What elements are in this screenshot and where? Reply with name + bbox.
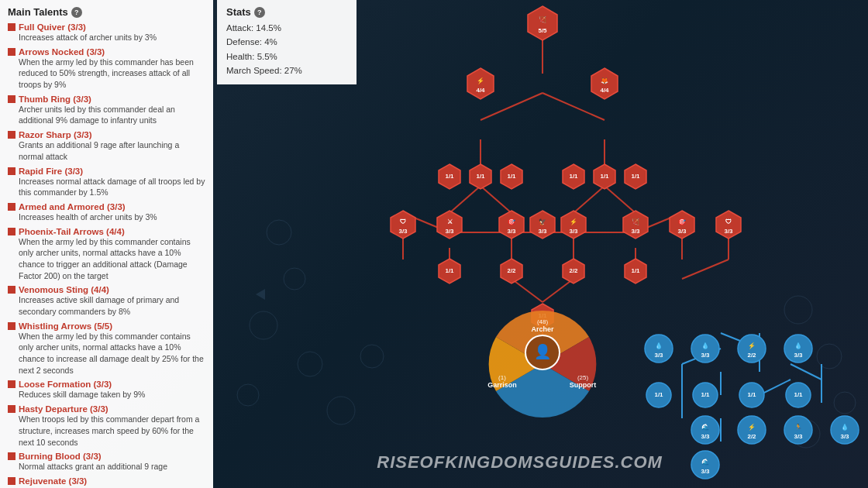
svg-line-35 bbox=[682, 259, 728, 279]
stat-line: Health: 5.5% bbox=[226, 50, 347, 64]
svg-line-18 bbox=[480, 186, 512, 213]
talent-name: Rejuvenate (3/3) bbox=[8, 476, 205, 486]
talent-name: Arrows Nocked (3/3) bbox=[8, 47, 205, 57]
svg-text:2/2: 2/2 bbox=[569, 267, 578, 274]
svg-text:🏹: 🏹 bbox=[632, 218, 639, 225]
svg-text:3/3: 3/3 bbox=[794, 352, 803, 359]
talent-item: Full Quiver (3/3)Increases attack of arc… bbox=[8, 22, 205, 43]
svg-text:3/3: 3/3 bbox=[724, 228, 733, 235]
stat-line: Attack: 14.5% bbox=[226, 21, 347, 35]
svg-line-30 bbox=[512, 279, 542, 302]
talent-desc: Increases health of archer units by 3% bbox=[19, 211, 205, 223]
svg-text:1/1: 1/1 bbox=[476, 173, 485, 180]
talent-name: Whistling Arrows (5/5) bbox=[8, 321, 205, 331]
talent-item: Venomous Sting (4/4)Increases active ski… bbox=[8, 285, 205, 317]
svg-marker-0 bbox=[256, 289, 265, 300]
svg-text:🛡: 🛡 bbox=[725, 218, 732, 225]
svg-line-13 bbox=[480, 93, 542, 120]
svg-text:🛡: 🛡 bbox=[400, 218, 406, 225]
svg-text:1/1: 1/1 bbox=[445, 173, 454, 180]
svg-text:5/5: 5/5 bbox=[538, 27, 547, 34]
svg-point-3 bbox=[237, 384, 259, 406]
svg-text:4/4: 4/4 bbox=[600, 87, 609, 94]
svg-text:1/1: 1/1 bbox=[747, 391, 756, 398]
svg-text:🌊: 🌊 bbox=[701, 458, 709, 466]
talent-item: Thumb Ring (3/3)Archer units led by this… bbox=[8, 95, 205, 126]
talent-desc: Archer units led by this commander deal … bbox=[19, 104, 205, 126]
talent-desc: Increases attack of archer units by 3% bbox=[19, 32, 205, 43]
talent-item: Whistling Arrows (5/5)When the army led … bbox=[8, 321, 205, 376]
stat-line: Defense: 4% bbox=[226, 35, 347, 49]
svg-text:💧: 💧 bbox=[701, 342, 709, 349]
svg-text:⚔: ⚔ bbox=[447, 218, 453, 225]
svg-text:💧: 💧 bbox=[794, 342, 802, 349]
talent-item: Hasty Departure (3/3)When troops led by … bbox=[8, 404, 205, 448]
svg-text:(48): (48) bbox=[537, 318, 549, 325]
svg-text:1/1: 1/1 bbox=[631, 267, 640, 274]
svg-text:3/3: 3/3 bbox=[631, 228, 640, 235]
talent-name: Hasty Departure (3/3) bbox=[8, 404, 205, 414]
stats-help-icon[interactable]: ? bbox=[254, 7, 265, 18]
svg-point-2 bbox=[298, 352, 322, 376]
svg-point-11 bbox=[284, 268, 305, 290]
panel-title-text: Main Talents bbox=[8, 6, 68, 18]
talent-name: Full Quiver (3/3) bbox=[8, 22, 205, 32]
stats-title-text: Stats bbox=[226, 6, 251, 18]
svg-text:🎯: 🎯 bbox=[678, 218, 686, 225]
svg-text:⚡: ⚡ bbox=[570, 218, 577, 225]
svg-text:1/1: 1/1 bbox=[654, 391, 663, 398]
svg-text:1/1: 1/1 bbox=[794, 391, 803, 398]
svg-text:(1): (1) bbox=[498, 374, 506, 381]
talent-name: Phoenix-Tail Arrows (4/4) bbox=[8, 227, 205, 236]
svg-point-7 bbox=[817, 344, 842, 369]
talent-desc: Grants an additional 9 rage after launch… bbox=[19, 139, 205, 162]
stats-panel: Stats ? Attack: 14.5%Defense: 4%Health: … bbox=[217, 0, 356, 84]
svg-text:1/1: 1/1 bbox=[445, 267, 454, 274]
talent-name: Razor Sharp (3/3) bbox=[8, 130, 205, 139]
talent-item: Armed and Armored (3/3)Increases health … bbox=[8, 202, 205, 223]
stats-list: Attack: 14.5%Defense: 4%Health: 5.5%Marc… bbox=[226, 21, 347, 78]
svg-text:3/3: 3/3 bbox=[701, 468, 710, 475]
svg-text:Garrison: Garrison bbox=[487, 381, 517, 389]
svg-text:Archer: Archer bbox=[531, 325, 554, 333]
talent-item: Razor Sharp (3/3)Grants an additional 9 … bbox=[8, 130, 205, 162]
watermark: RISEOFKINGDOMSGUIDES.COM bbox=[377, 452, 663, 473]
svg-text:4/4: 4/4 bbox=[476, 87, 485, 94]
talent-desc: Normal attacks grant an additional 9 rag… bbox=[19, 461, 205, 473]
svg-line-20 bbox=[604, 186, 636, 213]
help-icon[interactable]: ? bbox=[71, 7, 82, 18]
svg-text:2/2: 2/2 bbox=[747, 433, 756, 440]
talent-name: Rapid Fire (3/3) bbox=[8, 167, 205, 176]
svg-point-6 bbox=[784, 296, 812, 324]
svg-line-19 bbox=[574, 186, 604, 213]
svg-text:1/1: 1/1 bbox=[631, 173, 640, 180]
svg-line-17 bbox=[450, 186, 480, 213]
svg-text:⚡: ⚡ bbox=[477, 77, 484, 84]
svg-text:3/3: 3/3 bbox=[398, 228, 408, 235]
svg-text:🦊: 🦊 bbox=[601, 77, 608, 84]
svg-text:3/3: 3/3 bbox=[654, 352, 663, 359]
svg-point-1 bbox=[250, 311, 277, 339]
svg-text:🦅: 🦅 bbox=[539, 218, 546, 225]
talent-item: Burning Blood (3/3)Normal attacks grant … bbox=[8, 452, 205, 473]
talent-desc: When the army led by this commander cont… bbox=[19, 331, 205, 376]
talent-desc: When the army led by this commander has … bbox=[19, 57, 205, 91]
talent-item: Phoenix-Tail Arrows (4/4)When the army l… bbox=[8, 227, 205, 282]
svg-text:3/3: 3/3 bbox=[677, 228, 687, 235]
talent-desc: Increases active skill damage of primary… bbox=[19, 294, 205, 317]
svg-text:1/1: 1/1 bbox=[507, 173, 516, 180]
svg-text:1/1: 1/1 bbox=[600, 173, 609, 180]
svg-line-14 bbox=[542, 93, 604, 120]
svg-text:1/1: 1/1 bbox=[569, 173, 578, 180]
svg-line-31 bbox=[542, 279, 574, 302]
svg-text:🏃: 🏃 bbox=[794, 423, 802, 431]
svg-text:⚡: ⚡ bbox=[748, 423, 756, 431]
svg-text:3/3: 3/3 bbox=[507, 228, 516, 235]
talent-name: Thumb Ring (3/3) bbox=[8, 95, 205, 104]
talent-item: Rejuvenate (3/3)Instantly restores 150 r… bbox=[8, 476, 205, 488]
talents-list: Full Quiver (3/3)Increases attack of arc… bbox=[8, 22, 205, 488]
stats-title: Stats ? bbox=[226, 6, 347, 18]
talent-item: Arrows Nocked (3/3)When the army led by … bbox=[8, 47, 205, 91]
svg-text:3/3: 3/3 bbox=[445, 228, 454, 235]
svg-text:3/3: 3/3 bbox=[840, 433, 849, 440]
